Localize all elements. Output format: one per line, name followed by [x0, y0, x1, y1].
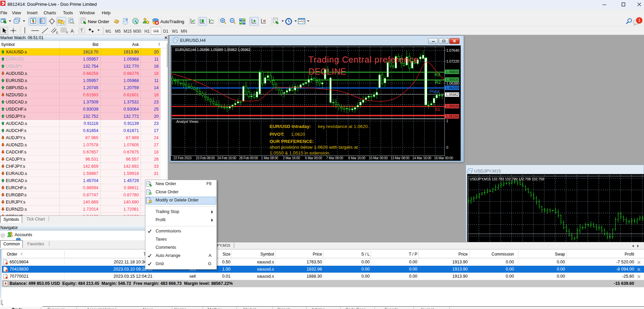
- svg-text:F: F: [66, 31, 68, 34]
- svg-text:R3: R3: [434, 72, 440, 77]
- svg-text:23 Feb 08:00: 23 Feb 08:00: [196, 156, 215, 160]
- svg-text:DECLINE: DECLINE: [308, 67, 346, 76]
- svg-text:Trading Central preference: Trading Central preference: [308, 55, 419, 64]
- svg-text:T: T: [80, 28, 83, 33]
- svg-text:S1: S1: [435, 107, 440, 112]
- svg-text:short positions below 1.0620 w: short positions below 1.0620 with target…: [270, 145, 358, 150]
- svg-text:USDJPY,M15 132.783 132.799 13: USDJPY,M15 132.783 132.799 132.708 132.7…: [470, 177, 544, 181]
- svg-text:0: 0: [446, 145, 448, 149]
- svg-text:1 Mar 08:00: 1 Mar 08:00: [261, 156, 278, 160]
- svg-text:OUR PREFERENCE:: OUR PREFERENCE:: [270, 139, 314, 144]
- svg-text:EUR/USD Intraday:: EUR/USD Intraday:: [270, 124, 311, 129]
- svg-text:24 Feb 16:00: 24 Feb 16:00: [217, 156, 236, 160]
- svg-text:R2: R2: [435, 80, 441, 85]
- svg-text:10 Mar 00:00: 10 Mar 00:00: [369, 156, 388, 160]
- svg-text:1.05500: 1.05500: [446, 104, 459, 108]
- svg-text:22 Feb 2023: 22 Feb 2023: [174, 156, 192, 160]
- svg-text:6 Mar 00:00: 6 Mar 00:00: [305, 156, 322, 160]
- svg-text:1.0620: 1.0620: [291, 132, 305, 137]
- svg-text:16 Mar 00:00: 16 Mar 00:00: [434, 156, 453, 160]
- svg-text:1.07640: 1.07640: [446, 48, 459, 52]
- svg-text:1.0550 & 1.0515 in extension.: 1.0550 & 1.0515 in extension.: [270, 150, 331, 156]
- svg-text:1.07220: 1.07220: [446, 59, 459, 63]
- svg-text:1: 1: [638, 18, 640, 23]
- svg-text:8 Mar 16:00: 8 Mar 16:00: [348, 156, 366, 160]
- svg-text:key resistance at 1.0620.: key resistance at 1.0620.: [318, 124, 369, 129]
- svg-text:1.06800: 1.06800: [446, 70, 459, 74]
- svg-text:2 Mar 16:00: 2 Mar 16:00: [283, 156, 300, 160]
- svg-text:Pivot: Pivot: [430, 89, 439, 94]
- svg-text:14 Mar 16:00: 14 Mar 16:00: [412, 156, 431, 160]
- svg-text:28 Feb 00:00: 28 Feb 00:00: [239, 156, 258, 160]
- svg-text:1.05150: 1.05150: [446, 114, 459, 118]
- svg-text:1.05962: 1.05962: [446, 93, 459, 97]
- svg-text:13 Mar 08:00: 13 Mar 08:00: [390, 156, 409, 160]
- svg-text:E: E: [56, 31, 58, 34]
- svg-text:PIVOT:: PIVOT:: [270, 132, 285, 137]
- svg-text:1: 1: [446, 119, 448, 123]
- svg-text:7 Mar 08:00: 7 Mar 08:00: [326, 156, 343, 160]
- svg-text:1.06380: 1.06380: [446, 81, 459, 85]
- svg-text:.Analyst Views: .Analyst Views: [175, 119, 198, 124]
- svg-text:1.06200: 1.06200: [446, 86, 459, 90]
- svg-text:EURUSD,H4 1.05896 1.05989 1.0: EURUSD,H4 1.05896 1.05989 1.05862 1.0596…: [175, 48, 251, 52]
